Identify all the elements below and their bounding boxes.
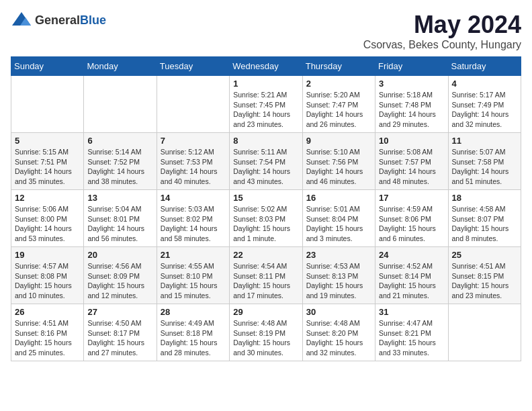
day-info: Sunrise: 5:10 AM Sunset: 7:56 PM Dayligh… <box>306 147 371 187</box>
calendar-cell: 28Sunrise: 4:49 AM Sunset: 8:18 PM Dayli… <box>157 304 229 361</box>
day-number: 29 <box>233 307 298 317</box>
calendar-cell: 19Sunrise: 4:57 AM Sunset: 8:08 PM Dayli… <box>11 247 84 304</box>
day-info: Sunrise: 5:14 AM Sunset: 7:52 PM Dayligh… <box>87 147 152 187</box>
day-info: Sunrise: 4:47 AM Sunset: 8:21 PM Dayligh… <box>379 318 444 358</box>
calendar-cell: 5Sunrise: 5:15 AM Sunset: 7:51 PM Daylig… <box>11 133 84 190</box>
day-number: 13 <box>87 193 152 203</box>
calendar-cell: 29Sunrise: 4:48 AM Sunset: 8:19 PM Dayli… <box>230 304 302 361</box>
calendar-cell: 24Sunrise: 4:52 AM Sunset: 8:14 PM Dayli… <box>375 247 448 304</box>
day-number: 8 <box>233 136 298 146</box>
day-number: 4 <box>452 79 517 89</box>
calendar-cell: 11Sunrise: 5:07 AM Sunset: 7:58 PM Dayli… <box>448 133 521 190</box>
day-info: Sunrise: 4:50 AM Sunset: 8:17 PM Dayligh… <box>87 318 152 358</box>
calendar-cell <box>84 76 157 133</box>
logo: GeneralBlue <box>11 11 106 30</box>
calendar-cell: 3Sunrise: 5:18 AM Sunset: 7:48 PM Daylig… <box>375 76 448 133</box>
day-info: Sunrise: 5:15 AM Sunset: 7:51 PM Dayligh… <box>15 147 80 187</box>
day-info: Sunrise: 4:55 AM Sunset: 8:10 PM Dayligh… <box>161 261 226 301</box>
calendar-cell: 31Sunrise: 4:47 AM Sunset: 8:21 PM Dayli… <box>375 304 448 361</box>
day-number: 11 <box>452 136 517 146</box>
calendar-cell: 14Sunrise: 5:03 AM Sunset: 8:02 PM Dayli… <box>157 190 229 247</box>
week-row-4: 19Sunrise: 4:57 AM Sunset: 8:08 PM Dayli… <box>11 247 521 304</box>
calendar-cell: 15Sunrise: 5:02 AM Sunset: 8:03 PM Dayli… <box>230 190 302 247</box>
calendar-cell: 9Sunrise: 5:10 AM Sunset: 7:56 PM Daylig… <box>302 133 375 190</box>
day-info: Sunrise: 5:20 AM Sunset: 7:47 PM Dayligh… <box>306 90 371 130</box>
day-info: Sunrise: 4:48 AM Sunset: 8:19 PM Dayligh… <box>233 318 298 358</box>
calendar-body: 1Sunrise: 5:21 AM Sunset: 7:45 PM Daylig… <box>11 76 521 361</box>
day-info: Sunrise: 5:18 AM Sunset: 7:48 PM Dayligh… <box>379 90 444 130</box>
calendar-cell: 6Sunrise: 5:14 AM Sunset: 7:52 PM Daylig… <box>84 133 157 190</box>
calendar-cell: 4Sunrise: 5:17 AM Sunset: 7:49 PM Daylig… <box>448 76 521 133</box>
day-number: 3 <box>379 79 444 89</box>
calendar-cell: 18Sunrise: 4:58 AM Sunset: 8:07 PM Dayli… <box>448 190 521 247</box>
day-number: 5 <box>15 136 80 146</box>
page-header: GeneralBlue May 2024 Csorvas, Bekes Coun… <box>11 11 521 51</box>
day-number: 23 <box>306 250 371 260</box>
day-info: Sunrise: 5:04 AM Sunset: 8:01 PM Dayligh… <box>87 204 152 244</box>
day-info: Sunrise: 5:21 AM Sunset: 7:45 PM Dayligh… <box>233 90 298 130</box>
calendar-cell: 8Sunrise: 5:11 AM Sunset: 7:54 PM Daylig… <box>230 133 302 190</box>
day-info: Sunrise: 4:48 AM Sunset: 8:20 PM Dayligh… <box>306 318 371 358</box>
day-number: 17 <box>379 193 444 203</box>
day-info: Sunrise: 4:52 AM Sunset: 8:14 PM Dayligh… <box>379 261 444 301</box>
day-info: Sunrise: 5:12 AM Sunset: 7:53 PM Dayligh… <box>161 147 226 187</box>
weekday-header-row: SundayMondayTuesdayWednesdayThursdayFrid… <box>11 57 521 76</box>
day-number: 31 <box>379 307 444 317</box>
day-info: Sunrise: 5:11 AM Sunset: 7:54 PM Dayligh… <box>233 147 298 187</box>
day-info: Sunrise: 4:51 AM Sunset: 8:16 PM Dayligh… <box>15 318 80 358</box>
day-number: 7 <box>161 136 226 146</box>
week-row-3: 12Sunrise: 5:06 AM Sunset: 8:00 PM Dayli… <box>11 190 521 247</box>
day-number: 30 <box>306 307 371 317</box>
calendar-cell: 20Sunrise: 4:56 AM Sunset: 8:09 PM Dayli… <box>84 247 157 304</box>
calendar-cell <box>157 76 229 133</box>
calendar-table: SundayMondayTuesdayWednesdayThursdayFrid… <box>11 56 521 361</box>
calendar-cell: 10Sunrise: 5:08 AM Sunset: 7:57 PM Dayli… <box>375 133 448 190</box>
day-number: 27 <box>87 307 152 317</box>
weekday-header-friday: Friday <box>375 57 448 76</box>
location-title: Csorvas, Bekes County, Hungary <box>363 39 521 51</box>
calendar-cell: 7Sunrise: 5:12 AM Sunset: 7:53 PM Daylig… <box>157 133 229 190</box>
logo-icon <box>11 11 32 30</box>
day-number: 16 <box>306 193 371 203</box>
day-info: Sunrise: 4:59 AM Sunset: 8:06 PM Dayligh… <box>379 204 444 244</box>
day-info: Sunrise: 5:08 AM Sunset: 7:57 PM Dayligh… <box>379 147 444 187</box>
calendar-cell: 17Sunrise: 4:59 AM Sunset: 8:06 PM Dayli… <box>375 190 448 247</box>
day-number: 20 <box>87 250 152 260</box>
weekday-header-sunday: Sunday <box>11 57 84 76</box>
calendar-cell: 13Sunrise: 5:04 AM Sunset: 8:01 PM Dayli… <box>84 190 157 247</box>
day-number: 26 <box>15 307 80 317</box>
calendar-cell <box>11 76 84 133</box>
weekday-header-monday: Monday <box>84 57 157 76</box>
weekday-header-tuesday: Tuesday <box>157 57 229 76</box>
day-info: Sunrise: 5:02 AM Sunset: 8:03 PM Dayligh… <box>233 204 298 244</box>
calendar-cell: 26Sunrise: 4:51 AM Sunset: 8:16 PM Dayli… <box>11 304 84 361</box>
calendar-cell: 25Sunrise: 4:51 AM Sunset: 8:15 PM Dayli… <box>448 247 521 304</box>
day-number: 9 <box>306 136 371 146</box>
calendar-cell: 12Sunrise: 5:06 AM Sunset: 8:00 PM Dayli… <box>11 190 84 247</box>
calendar-cell: 1Sunrise: 5:21 AM Sunset: 7:45 PM Daylig… <box>230 76 302 133</box>
day-number: 28 <box>161 307 226 317</box>
calendar-cell: 27Sunrise: 4:50 AM Sunset: 8:17 PM Dayli… <box>84 304 157 361</box>
day-info: Sunrise: 4:51 AM Sunset: 8:15 PM Dayligh… <box>452 261 517 301</box>
day-number: 24 <box>379 250 444 260</box>
day-number: 25 <box>452 250 517 260</box>
day-number: 10 <box>379 136 444 146</box>
day-info: Sunrise: 4:56 AM Sunset: 8:09 PM Dayligh… <box>87 261 152 301</box>
day-number: 15 <box>233 193 298 203</box>
logo-text-general: General <box>35 13 80 27</box>
day-info: Sunrise: 5:06 AM Sunset: 8:00 PM Dayligh… <box>15 204 80 244</box>
day-info: Sunrise: 4:58 AM Sunset: 8:07 PM Dayligh… <box>452 204 517 244</box>
calendar-cell: 23Sunrise: 4:53 AM Sunset: 8:13 PM Dayli… <box>302 247 375 304</box>
calendar-cell: 22Sunrise: 4:54 AM Sunset: 8:11 PM Dayli… <box>230 247 302 304</box>
title-area: May 2024 Csorvas, Bekes County, Hungary <box>363 11 521 51</box>
day-info: Sunrise: 4:57 AM Sunset: 8:08 PM Dayligh… <box>15 261 80 301</box>
day-info: Sunrise: 4:49 AM Sunset: 8:18 PM Dayligh… <box>161 318 226 358</box>
week-row-5: 26Sunrise: 4:51 AM Sunset: 8:16 PM Dayli… <box>11 304 521 361</box>
logo-text-blue: Blue <box>80 13 106 27</box>
day-number: 18 <box>452 193 517 203</box>
day-number: 6 <box>87 136 152 146</box>
weekday-header-wednesday: Wednesday <box>230 57 302 76</box>
month-title: May 2024 <box>363 11 521 39</box>
day-number: 14 <box>161 193 226 203</box>
calendar-cell: 21Sunrise: 4:55 AM Sunset: 8:10 PM Dayli… <box>157 247 229 304</box>
